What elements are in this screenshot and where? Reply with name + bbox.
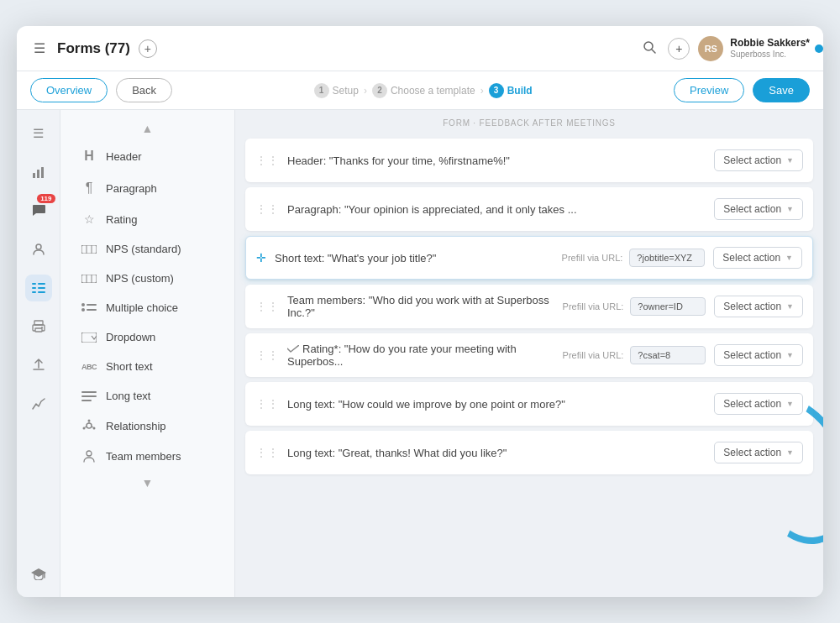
- sidebar-icon-graduation[interactable]: [25, 560, 52, 587]
- main-layout: ☰ 119: [17, 110, 823, 597]
- form-row-rating-text: Rating*: "How do you rate your meeting w…: [287, 343, 563, 368]
- svg-rect-8: [32, 287, 36, 289]
- prefill-section-short-text: Prefill via URL:: [562, 249, 706, 267]
- sidebar-icon-chat[interactable]: 119: [25, 197, 52, 224]
- prefill-input-rating[interactable]: [630, 346, 706, 364]
- preview-button[interactable]: Preview: [674, 78, 744, 102]
- header-icon: H: [81, 149, 97, 164]
- component-short-text-label: Short text: [106, 360, 153, 373]
- svg-rect-14: [35, 328, 42, 332]
- form-breadcrumb: FORM · FEEDBACK AFTER MEETINGS: [235, 110, 823, 136]
- select-action-long-text-1[interactable]: Select action ▼: [714, 393, 803, 415]
- sidebar-icon-users[interactable]: [25, 236, 52, 263]
- prefill-label-team-members: Prefill via URL:: [563, 301, 624, 312]
- component-dropdown-label: Dropdown: [106, 331, 155, 343]
- drag-handle-paragraph[interactable]: ⋮⋮: [255, 202, 279, 216]
- drag-handle-header[interactable]: ⋮⋮: [255, 154, 279, 167]
- prefill-section-rating: Prefill via URL:: [563, 346, 706, 364]
- form-row-short-text-text: Short text: "What's your job title?": [275, 252, 562, 264]
- select-action-rating[interactable]: Select action ▼: [714, 344, 803, 366]
- select-action-short-text[interactable]: Select action ▼: [713, 247, 802, 269]
- svg-rect-9: [38, 287, 45, 289]
- live-indicator: [815, 44, 823, 53]
- chevron-down-icon: ▼: [786, 351, 794, 359]
- step-num-1: 1: [314, 83, 329, 98]
- step-setup: 1 Setup: [314, 83, 359, 98]
- form-row-short-text: ✛ Short text: "What's your job title?" P…: [245, 236, 813, 280]
- scroll-up-arrow[interactable]: ▲: [60, 117, 234, 140]
- component-relationship[interactable]: Relationship: [67, 411, 228, 440]
- step-label-3: Build: [507, 85, 533, 97]
- svg-line-38: [85, 427, 87, 427]
- component-rating-label: Rating: [106, 213, 138, 226]
- search-button[interactable]: [639, 37, 659, 60]
- print-icon: [32, 320, 45, 333]
- component-header[interactable]: H Header: [67, 141, 228, 171]
- drag-handle-long-text-1[interactable]: ⋮⋮: [255, 397, 279, 411]
- form-row-team-members: ⋮⋮ Team members: "Who did you work with …: [245, 285, 813, 328]
- drag-handle-short-text[interactable]: ✛: [256, 251, 266, 264]
- prefill-input-short-text[interactable]: [629, 249, 705, 267]
- form-area: FORM · FEEDBACK AFTER MEETINGS ⋮⋮ Header…: [235, 110, 823, 597]
- sidebar-icon-print[interactable]: [25, 313, 52, 340]
- chevron-down-icon: ▼: [785, 254, 793, 262]
- chat-badge: 119: [37, 194, 55, 203]
- component-long-text[interactable]: Long text: [67, 382, 228, 410]
- svg-point-32: [87, 423, 92, 428]
- analytics-icon: [32, 398, 45, 410]
- overview-button[interactable]: Overview: [30, 78, 108, 102]
- app-window: ☰ Forms (77) + + RS Robbie Sakkers* Supe…: [17, 26, 823, 597]
- sidebar-icon-menu[interactable]: ☰: [25, 120, 52, 147]
- component-nps-custom[interactable]: NPS (custom): [67, 264, 228, 292]
- svg-point-33: [88, 420, 91, 422]
- user-company: Superboss Inc.: [730, 50, 810, 60]
- sidebar-icon-chart[interactable]: [25, 159, 52, 186]
- drag-handle-long-text-2[interactable]: ⋮⋮: [255, 446, 279, 459]
- sidebar-icon-list[interactable]: [25, 275, 52, 301]
- sidebar-icon-upload[interactable]: [25, 352, 52, 379]
- component-nps-standard-label: NPS (standard): [106, 243, 181, 255]
- form-row-header-text: Header: "Thanks for your time, %firstnam…: [287, 154, 714, 167]
- component-paragraph[interactable]: ¶ Paragraph: [67, 173, 228, 203]
- drag-handle-team-members[interactable]: ⋮⋮: [255, 300, 279, 313]
- svg-rect-12: [34, 321, 43, 325]
- save-button[interactable]: Save: [753, 78, 810, 102]
- drag-handle-rating[interactable]: ⋮⋮: [255, 348, 279, 362]
- step-num-2: 2: [372, 83, 387, 98]
- svg-rect-30: [81, 395, 97, 397]
- hamburger-icon[interactable]: ☰: [30, 37, 49, 60]
- form-row-long-text-2-text: Long text: "Great, thanks! What did you …: [287, 447, 714, 459]
- user-name-block: Robbie Sakkers* Superboss Inc.: [730, 37, 810, 59]
- prefill-input-team-members[interactable]: [630, 297, 706, 316]
- select-action-long-text-2[interactable]: Select action ▼: [714, 442, 803, 463]
- prefill-label-rating: Prefill via URL:: [563, 350, 624, 360]
- scroll-down-arrow[interactable]: ▼: [60, 471, 234, 495]
- form-row-long-text-1-text: Long text: "How could we improve by one …: [287, 398, 714, 411]
- dropdown-icon: [81, 332, 97, 343]
- component-multiple-choice[interactable]: Multiple choice: [67, 294, 228, 322]
- form-row-long-text-2: ⋮⋮ Long text: "Great, thanks! What did y…: [245, 431, 813, 474]
- select-action-paragraph[interactable]: Select action ▼: [714, 198, 803, 220]
- graduation-icon: [31, 567, 46, 580]
- svg-line-1: [652, 50, 655, 53]
- sidebar-icon-analytics[interactable]: [25, 390, 52, 417]
- long-text-icon: [81, 390, 97, 402]
- form-row-rating: ⋮⋮ Rating*: "How do you rate your meetin…: [245, 333, 813, 377]
- svg-point-5: [36, 244, 41, 249]
- svg-rect-2: [33, 173, 35, 178]
- select-action-team-members[interactable]: Select action ▼: [714, 296, 803, 317]
- stepper: 1 Setup › 2 Choose a template › 3 Build: [181, 83, 665, 98]
- component-short-text[interactable]: ABC Short text: [67, 353, 228, 380]
- add-global-button[interactable]: +: [668, 38, 690, 60]
- component-rating[interactable]: ☆ Rating: [67, 205, 228, 233]
- prefill-label-short-text: Prefill via URL:: [562, 253, 623, 263]
- multiple-choice-icon: [81, 302, 97, 314]
- add-form-button[interactable]: +: [139, 39, 157, 58]
- chevron-down-icon: ▼: [786, 448, 794, 457]
- back-button[interactable]: Back: [116, 78, 172, 102]
- select-action-header[interactable]: Select action ▼: [714, 149, 803, 171]
- svg-rect-3: [37, 170, 39, 178]
- component-dropdown[interactable]: Dropdown: [67, 323, 228, 351]
- component-nps-standard[interactable]: NPS (standard): [67, 235, 228, 263]
- component-team-members[interactable]: Team members: [67, 442, 228, 470]
